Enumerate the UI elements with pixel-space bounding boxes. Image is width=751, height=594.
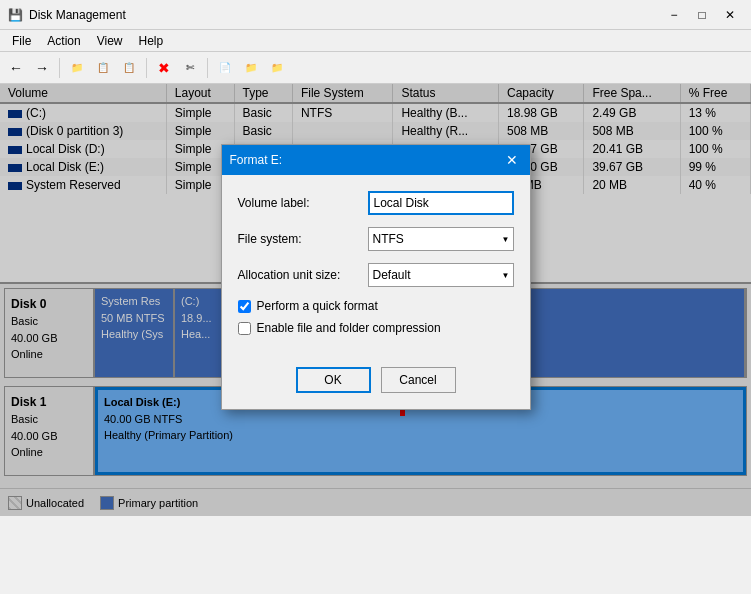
toolbar-btn7[interactable]: 📁 [265,56,289,80]
main-wrapper: Volume Layout Type File System Status Ca… [0,84,751,516]
alloc-unit-wrapper: Default 512 1024 2048 4096 [368,263,514,287]
alloc-unit-label: Allocation unit size: [238,268,368,282]
modal-buttons: OK Cancel [222,359,530,409]
volume-label-row: Volume label: [238,191,514,215]
toolbar-btn4[interactable]: ✄ [178,56,202,80]
toolbar: ← → 📁 📋 📋 ✖ ✄ 📄 📁 📁 [0,52,751,84]
alloc-unit-select[interactable]: Default 512 1024 2048 4096 [368,263,514,287]
title-bar: 💾 Disk Management − □ ✕ [0,0,751,30]
alloc-unit-control: Default 512 1024 2048 4096 [368,263,514,287]
compression-checkbox[interactable] [238,322,251,335]
file-system-wrapper: NTFS FAT32 exFAT [368,227,514,251]
toolbar-btn2[interactable]: 📋 [91,56,115,80]
modal-title: Format E: [230,153,502,167]
toolbar-btn1[interactable]: 📁 [65,56,89,80]
file-system-label: File system: [238,232,368,246]
quick-format-row: Perform a quick format [238,299,514,313]
volume-label-label: Volume label: [238,196,368,210]
menu-bar: File Action View Help [0,30,751,52]
alloc-unit-row: Allocation unit size: Default 512 1024 2… [238,263,514,287]
file-system-select[interactable]: NTFS FAT32 exFAT [368,227,514,251]
compression-row: Enable file and folder compression [238,321,514,335]
close-button[interactable]: ✕ [717,5,743,25]
compression-label: Enable file and folder compression [257,321,441,335]
quick-format-checkbox[interactable] [238,300,251,313]
menu-file[interactable]: File [4,32,39,50]
modal-overlay: Format E: ✕ Volume label: File system: [0,84,751,516]
minimize-button[interactable]: − [661,5,687,25]
format-dialog: Format E: ✕ Volume label: File system: [221,144,531,410]
app-icon: 💾 [8,8,23,22]
file-system-control: NTFS FAT32 exFAT [368,227,514,251]
menu-help[interactable]: Help [131,32,172,50]
toolbar-forward[interactable]: → [30,56,54,80]
volume-label-control [368,191,514,215]
modal-title-bar: Format E: ✕ [222,145,530,175]
title-bar-controls: − □ ✕ [661,5,743,25]
toolbar-delete[interactable]: ✖ [152,56,176,80]
file-system-row: File system: NTFS FAT32 exFAT [238,227,514,251]
menu-action[interactable]: Action [39,32,88,50]
cancel-button[interactable]: Cancel [381,367,456,393]
modal-close-button[interactable]: ✕ [502,150,522,170]
toolbar-btn6[interactable]: 📁 [239,56,263,80]
quick-format-label: Perform a quick format [257,299,378,313]
toolbar-btn3[interactable]: 📋 [117,56,141,80]
toolbar-back[interactable]: ← [4,56,28,80]
toolbar-btn5[interactable]: 📄 [213,56,237,80]
ok-button[interactable]: OK [296,367,371,393]
maximize-button[interactable]: □ [689,5,715,25]
modal-body: Volume label: File system: NTFS FAT32 ex [222,175,530,359]
volume-label-input[interactable] [368,191,514,215]
menu-view[interactable]: View [89,32,131,50]
title-bar-text: Disk Management [29,8,661,22]
